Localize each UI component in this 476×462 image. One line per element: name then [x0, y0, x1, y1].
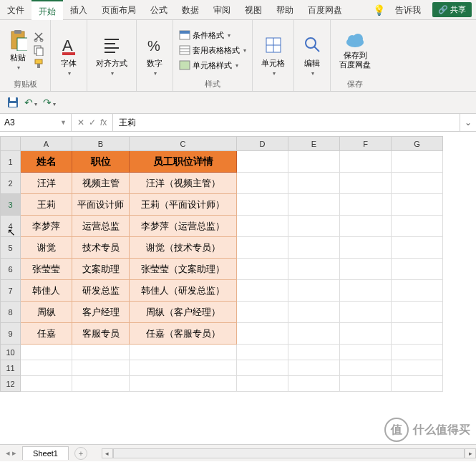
cell-F3[interactable] — [340, 194, 392, 216]
tab-插入[interactable]: 插入 — [63, 0, 94, 20]
cell-E3[interactable] — [288, 194, 340, 216]
row-header-7[interactable]: 7 — [1, 280, 21, 302]
cell-E8[interactable] — [288, 302, 340, 323]
cell-C1[interactable]: 员工职位详情 — [130, 151, 237, 173]
cell-G3[interactable] — [392, 194, 443, 216]
cell-F5[interactable] — [340, 237, 392, 259]
col-header-D[interactable]: D — [237, 137, 288, 151]
cell-G11[interactable] — [392, 360, 443, 376]
cell-C9[interactable]: 任嘉（客服专员） — [130, 323, 237, 345]
row-header-6[interactable]: 6 — [1, 259, 21, 280]
cell-D4[interactable] — [237, 216, 288, 237]
cells-button[interactable]: 单元格 — [258, 34, 288, 78]
cell-A10[interactable] — [21, 345, 72, 360]
cell-C8[interactable]: 周纵（客户经理） — [130, 302, 237, 323]
fx-icon[interactable]: fx — [100, 117, 107, 127]
cell-A12[interactable] — [21, 376, 72, 392]
cell-G7[interactable] — [392, 280, 443, 302]
cell-B1[interactable]: 职位 — [72, 151, 130, 173]
cell-E10[interactable] — [288, 345, 340, 360]
cell-C11[interactable] — [130, 360, 237, 376]
cell-E2[interactable] — [288, 173, 340, 194]
cell-F10[interactable] — [340, 345, 392, 360]
cell-E1[interactable] — [288, 151, 340, 173]
cell-D6[interactable] — [237, 259, 288, 280]
cell-E6[interactable] — [288, 259, 340, 280]
editing-button[interactable]: 编辑 — [300, 34, 324, 78]
save-icon[interactable] — [7, 97, 19, 108]
cell-D3[interactable] — [237, 194, 288, 216]
cell-styles-button[interactable]: 单元格样式 — [179, 60, 246, 71]
cell-F11[interactable] — [340, 360, 392, 376]
conditional-format-button[interactable]: 条件格式 — [179, 30, 246, 41]
tab-帮助[interactable]: 帮助 — [269, 0, 301, 20]
tab-审阅[interactable]: 审阅 — [206, 0, 238, 20]
name-box[interactable]: A3▼ — [0, 114, 72, 131]
cell-G2[interactable] — [392, 173, 443, 194]
cell-E4[interactable] — [288, 216, 340, 237]
add-sheet-button[interactable]: + — [74, 447, 87, 460]
cell-B10[interactable] — [72, 345, 130, 360]
cell-A9[interactable]: 任嘉 — [21, 323, 72, 345]
tell-me[interactable]: 告诉我 — [388, 0, 428, 20]
row-header-4[interactable]: 4 — [1, 216, 21, 237]
number-button[interactable]: % 数字 — [142, 34, 167, 78]
sheet-nav-arrows[interactable]: ◂ ▸ — [0, 448, 22, 458]
cell-B3[interactable]: 平面设计师 — [72, 194, 130, 216]
cell-G5[interactable] — [392, 237, 443, 259]
cell-G4[interactable] — [392, 216, 443, 237]
worksheet[interactable]: ABCDEFG1姓名职位员工职位详情2汪洋视频主管汪洋（视频主管）3王莉平面设计… — [0, 136, 476, 444]
col-header-B[interactable]: B — [72, 137, 130, 151]
cell-C7[interactable]: 韩佳人（研发总监） — [130, 280, 237, 302]
cell-C2[interactable]: 汪洋（视频主管） — [130, 173, 237, 194]
cut-icon[interactable] — [33, 31, 44, 42]
expand-formula-icon[interactable]: ⌄ — [460, 114, 476, 131]
row-header-1[interactable]: 1 — [1, 151, 21, 173]
col-header-C[interactable]: C — [130, 137, 237, 151]
cell-F4[interactable] — [340, 216, 392, 237]
cell-D2[interactable] — [237, 173, 288, 194]
row-header-5[interactable]: 5 — [1, 237, 21, 259]
cancel-icon[interactable]: ✕ — [77, 117, 84, 127]
cell-C4[interactable]: 李梦萍（运营总监） — [130, 216, 237, 237]
cell-D8[interactable] — [237, 302, 288, 323]
cell-B4[interactable]: 运营总监 — [72, 216, 130, 237]
cell-C6[interactable]: 张莹莹（文案助理） — [130, 259, 237, 280]
cell-G12[interactable] — [392, 376, 443, 392]
cell-B9[interactable]: 客服专员 — [72, 323, 130, 345]
cell-F7[interactable] — [340, 280, 392, 302]
cell-B12[interactable] — [72, 376, 130, 392]
cell-A7[interactable]: 韩佳人 — [21, 280, 72, 302]
row-header-11[interactable]: 11 — [1, 360, 21, 376]
cell-D7[interactable] — [237, 280, 288, 302]
cell-C3[interactable]: 王莉（平面设计师） — [130, 194, 237, 216]
cell-D10[interactable] — [237, 345, 288, 360]
row-header-3[interactable]: 3 — [1, 194, 21, 216]
tab-开始[interactable]: 开始 — [31, 0, 63, 20]
cell-B5[interactable]: 技术专员 — [72, 237, 130, 259]
cell-D9[interactable] — [237, 323, 288, 345]
tab-数据[interactable]: 数据 — [175, 0, 206, 20]
cell-A5[interactable]: 谢觉 — [21, 237, 72, 259]
row-header-10[interactable]: 10 — [1, 345, 21, 360]
cell-A4[interactable]: 李梦萍 — [21, 216, 72, 237]
cell-F8[interactable] — [340, 302, 392, 323]
cell-E12[interactable] — [288, 376, 340, 392]
col-header-A[interactable]: A — [21, 137, 72, 151]
cell-E5[interactable] — [288, 237, 340, 259]
horizontal-scrollbar[interactable]: ◂▸ — [102, 448, 476, 458]
cell-A1[interactable]: 姓名 — [21, 151, 72, 173]
col-header-G[interactable]: G — [392, 137, 443, 151]
formula-input[interactable]: 王莉 — [113, 117, 460, 129]
cell-D12[interactable] — [237, 376, 288, 392]
cell-D11[interactable] — [237, 360, 288, 376]
cell-D5[interactable] — [237, 237, 288, 259]
row-header-12[interactable]: 12 — [1, 376, 21, 392]
enter-icon[interactable]: ✓ — [89, 117, 96, 127]
row-header-9[interactable]: 9 — [1, 323, 21, 345]
cell-G6[interactable] — [392, 259, 443, 280]
save-baidu-button[interactable]: 保存到 百度网盘 — [336, 29, 374, 71]
cell-B11[interactable] — [72, 360, 130, 376]
cell-A2[interactable]: 汪洋 — [21, 173, 72, 194]
format-painter-icon[interactable] — [33, 58, 44, 69]
